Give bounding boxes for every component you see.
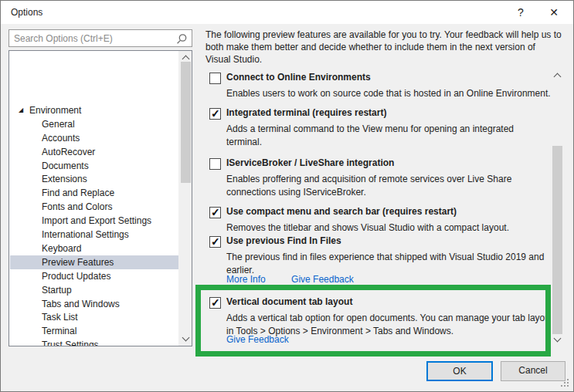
checkbox-integrated-terminal[interactable]: [209, 108, 221, 120]
help-icon: ?: [518, 6, 524, 19]
tree-item-label: Import and Export Settings: [42, 214, 151, 228]
tree-item-label: Tabs and Windows: [42, 297, 120, 311]
tree-item-label: Product Updates: [42, 269, 110, 283]
feature-title: Integrated terminal (requires restart): [226, 107, 386, 118]
resize-grip[interactable]: [561, 379, 562, 380]
tree-item-task-list[interactable]: Task List: [10, 310, 178, 324]
search-box: [8, 29, 192, 47]
tree-item-environment[interactable]: ◢Environment: [10, 103, 178, 117]
tree-expanded-icon[interactable]: ◢: [19, 103, 28, 117]
tree-item-label: Terminal: [42, 324, 76, 338]
options-dialog: Options ? ✕ ◢Environment General Account…: [0, 0, 574, 392]
tree-item-label: Fonts and Colors: [42, 200, 112, 214]
tree-item-find-and-replace[interactable]: Find and Replace: [10, 186, 178, 200]
tree-item-accounts[interactable]: Accounts: [10, 131, 178, 145]
feature-title: Connect to Online Environments: [226, 72, 371, 83]
feature-links: More Info Give Feedback: [226, 274, 377, 285]
checkbox-iservicebroker-liveshare[interactable]: [209, 158, 221, 170]
checkbox-vertical-document-tab-layout[interactable]: [209, 297, 221, 309]
tree-item-label: Keyboard: [42, 242, 81, 255]
tree-item-keyboard[interactable]: Keyboard: [10, 242, 178, 255]
tree-item-label: Task List: [42, 310, 78, 324]
tree-item-preview-features[interactable]: Preview Features: [10, 255, 178, 269]
tree-item-fonts-and-colors[interactable]: Fonts and Colors: [10, 200, 178, 214]
tree-item-trust-settings[interactable]: Trust Settings: [10, 338, 178, 346]
tree-item-tabs-and-windows[interactable]: Tabs and Windows: [10, 297, 178, 311]
window-title: Options: [11, 7, 42, 18]
feature-title: Use compact menu and search bar (require…: [226, 206, 457, 217]
give-feedback-link[interactable]: Give Feedback: [291, 274, 354, 285]
more-info-link[interactable]: More Info: [226, 274, 266, 285]
tree-item-startup[interactable]: Startup: [10, 283, 178, 297]
features-scrollbar[interactable]: [551, 69, 565, 346]
tree-item-label: Extensions: [42, 172, 87, 186]
scrollbar-up-icon[interactable]: [554, 73, 562, 81]
scrollbar-thumb[interactable]: [552, 146, 562, 334]
give-feedback-link[interactable]: Give Feedback: [226, 334, 289, 345]
scrollbar-down-icon[interactable]: [182, 334, 190, 342]
tree-item-autorecover[interactable]: AutoRecover: [10, 145, 178, 159]
tree-item-product-updates[interactable]: Product Updates: [10, 269, 178, 283]
feature-title: Vertical document tab layout: [226, 296, 352, 307]
tree-item-label: AutoRecover: [42, 145, 95, 159]
feature-description: Enables users to work on source code tha…: [226, 87, 574, 100]
feature-description: Removes the titlebar and shows Visual St…: [226, 221, 574, 235]
tree-item-label: General: [42, 117, 75, 131]
tree-item-label: Find and Replace: [42, 186, 114, 200]
tree-item-label: Startup: [42, 283, 72, 297]
tree-item-extensions[interactable]: Extensions: [10, 172, 178, 186]
feature-description: Adds a terminal command to the View menu…: [226, 123, 551, 149]
scrollbar-thumb[interactable]: [181, 62, 191, 183]
feature-description: The previous find in files experience th…: [226, 251, 574, 277]
tree-item-label: Environment: [29, 103, 81, 117]
checkbox-compact-menu-search-bar[interactable]: [209, 207, 221, 218]
checkbox-connect-to-online-environments[interactable]: [209, 73, 221, 84]
close-button[interactable]: ✕: [538, 1, 569, 24]
tree-item-import-and-export-settings[interactable]: Import and Export Settings: [10, 214, 178, 228]
tree-item-label: Trust Settings: [42, 338, 99, 346]
scrollbar-down-icon[interactable]: [554, 335, 562, 343]
checkbox-use-previous-find-in-files[interactable]: [209, 236, 221, 248]
feature-title: Use previous Find In Files: [226, 235, 341, 246]
cancel-button[interactable]: Cancel: [501, 361, 566, 381]
close-icon: ✕: [549, 6, 559, 19]
feature-links: Give Feedback: [226, 334, 312, 345]
tree-scrollbar[interactable]: [178, 51, 192, 346]
ok-button[interactable]: OK: [426, 361, 493, 381]
tree-item-international-settings[interactable]: International Settings: [10, 228, 178, 242]
title-bar: Options ? ✕: [1, 1, 573, 24]
preview-features-intro: The following preview features are avail…: [205, 29, 562, 66]
help-button[interactable]: ?: [505, 1, 536, 24]
tree-item-terminal[interactable]: Terminal: [10, 324, 178, 338]
tree-item-general[interactable]: General: [10, 117, 178, 131]
feature-description: Enables proffering and acquisition of re…: [226, 173, 559, 199]
tree-item-label: Accounts: [42, 131, 80, 145]
search-icon: [176, 33, 188, 47]
options-tree: ◢Environment General Accounts AutoRecove…: [8, 50, 192, 346]
tree-item-label: Documents: [42, 159, 89, 173]
tree-item-documents[interactable]: Documents: [10, 159, 178, 173]
search-input[interactable]: [9, 30, 175, 46]
feature-title: IServiceBroker / LiveShare integration: [226, 157, 394, 168]
tree-item-label: International Settings: [42, 228, 129, 242]
tree-item-label: Preview Features: [42, 255, 114, 269]
